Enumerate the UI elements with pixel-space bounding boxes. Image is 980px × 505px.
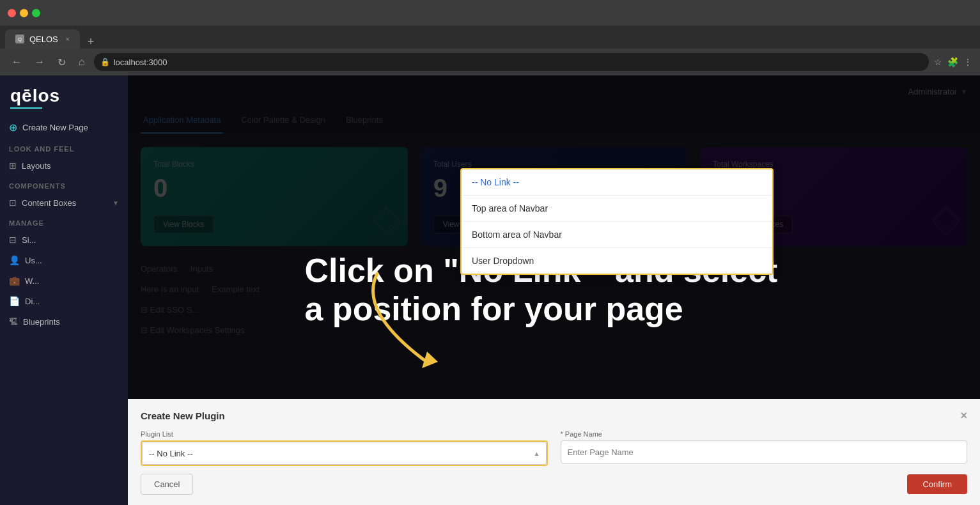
tab-favicon: Q bbox=[15, 35, 24, 43]
menu-icon[interactable]: ⋮ bbox=[963, 57, 972, 67]
confirm-button[interactable]: Confirm bbox=[907, 474, 967, 494]
dropdown-popup: -- No Link -- Top area of Navbar Bottom … bbox=[460, 168, 774, 275]
browser-chrome: Q QELOS × + ← → ↻ ⌂ 🔒 localhost:3000 ☆ 🧩… bbox=[0, 0, 980, 75]
users-icon: 👤 bbox=[9, 255, 20, 265]
refresh-button[interactable]: ↻ bbox=[54, 54, 70, 71]
dropdown-option-top-navbar[interactable]: Top area of Navbar bbox=[462, 196, 772, 222]
dropdown-option-bottom-navbar[interactable]: Bottom area of Navbar bbox=[462, 222, 772, 248]
extensions-icon[interactable]: 🧩 bbox=[947, 57, 958, 67]
sidebar-item-blueprints-label: Blueprints bbox=[23, 317, 60, 327]
dialog-title: Create New Plugin × bbox=[141, 409, 967, 423]
sites-icon: ⊟ bbox=[9, 235, 17, 245]
dialog-title-text: Create New Plugin bbox=[141, 410, 225, 421]
address-bar[interactable]: 🔒 localhost:3000 bbox=[94, 53, 929, 71]
components-section-label: COMPONENTS bbox=[0, 176, 128, 192]
plugin-list-field: Plugin List -- No Link -- Top area of Na… bbox=[141, 430, 548, 466]
sidebar-item-sites-label: Si... bbox=[22, 235, 36, 245]
look-and-feel-section-label: LOOK AND FEEL bbox=[0, 139, 128, 155]
plus-icon: ⊕ bbox=[9, 121, 17, 134]
app-layout: qēlos ⊕ Create New Page LOOK AND FEEL ⊞ … bbox=[0, 75, 980, 505]
sidebar-item-blueprints[interactable]: 🏗 Blueprints bbox=[0, 311, 128, 332]
maximize-window-button[interactable] bbox=[32, 9, 40, 17]
minimize-window-button[interactable] bbox=[20, 9, 28, 17]
blueprints-icon: 🏗 bbox=[9, 316, 18, 327]
sidebar-item-users-label: Us... bbox=[25, 256, 42, 265]
page-name-label: * Page Name bbox=[561, 430, 968, 438]
forward-button[interactable]: → bbox=[31, 54, 49, 70]
sidebar-item-users[interactable]: 👤 Us... bbox=[0, 250, 128, 270]
dialog-footer: Cancel Confirm bbox=[141, 474, 967, 495]
logo-underline bbox=[10, 107, 42, 109]
dropdown-option-no-link[interactable]: -- No Link -- bbox=[462, 169, 772, 196]
content-boxes-chevron: ▼ bbox=[113, 199, 119, 206]
tab-title: QELOS bbox=[29, 35, 58, 44]
close-window-button[interactable] bbox=[8, 9, 16, 17]
browser-toolbar: ← → ↻ ⌂ 🔒 localhost:3000 ☆ 🧩 ⋮ bbox=[0, 49, 980, 75]
browser-titlebar bbox=[0, 0, 980, 26]
sidebar-item-workspaces-label: W... bbox=[25, 276, 39, 286]
domains-icon: 📄 bbox=[9, 296, 20, 306]
dialog-bar: Create New Plugin × Plugin List -- No Li… bbox=[128, 399, 980, 505]
sidebar-item-content-boxes[interactable]: ⊡ Content Boxes ▼ bbox=[0, 192, 128, 213]
back-button[interactable]: ← bbox=[8, 54, 26, 70]
main-content: Administrator ▼ Application Metadata Col… bbox=[128, 75, 980, 505]
cancel-button[interactable]: Cancel bbox=[141, 474, 193, 495]
create-page-label: Create New Page bbox=[22, 123, 88, 132]
sidebar-item-domains-label: Di... bbox=[25, 297, 40, 306]
sidebar-item-workspaces[interactable]: 💼 W... bbox=[0, 270, 128, 291]
dropdown-option-user-dropdown[interactable]: User Dropdown bbox=[462, 248, 772, 274]
traffic-lights bbox=[8, 9, 40, 17]
lock-icon: 🔒 bbox=[100, 58, 110, 66]
page-name-input[interactable] bbox=[561, 440, 968, 463]
sidebar-item-layouts-label: Layouts bbox=[22, 161, 51, 171]
dialog-close-button[interactable]: × bbox=[960, 409, 967, 423]
toolbar-icons: ☆ 🧩 ⋮ bbox=[934, 57, 972, 67]
url-text: localhost:3000 bbox=[114, 58, 167, 67]
logo-text: qēlos bbox=[10, 86, 118, 106]
manage-section-label: MANAGE bbox=[0, 213, 128, 229]
full-app: Q QELOS × + ← → ↻ ⌂ 🔒 localhost:3000 ☆ 🧩… bbox=[0, 0, 980, 505]
browser-tab-active[interactable]: Q QELOS × bbox=[5, 29, 80, 49]
dialog-body: Plugin List -- No Link -- Top area of Na… bbox=[141, 430, 967, 466]
new-tab-button[interactable]: + bbox=[82, 35, 100, 49]
workspaces-icon: 💼 bbox=[9, 276, 20, 286]
content-boxes-icon: ⊡ bbox=[9, 198, 17, 208]
sidebar: qēlos ⊕ Create New Page LOOK AND FEEL ⊞ … bbox=[0, 75, 128, 505]
plugin-list-label: Plugin List bbox=[141, 430, 548, 438]
layouts-icon: ⊞ bbox=[9, 160, 17, 171]
sidebar-item-sites[interactable]: ⊟ Si... bbox=[0, 229, 128, 250]
arrow-annotation bbox=[339, 261, 479, 378]
browser-tab-bar: Q QELOS × + bbox=[0, 26, 980, 49]
star-icon[interactable]: ☆ bbox=[934, 57, 942, 67]
sidebar-item-layouts[interactable]: ⊞ Layouts bbox=[0, 155, 128, 176]
sidebar-item-domains[interactable]: 📄 Di... bbox=[0, 291, 128, 311]
tab-close-button[interactable]: × bbox=[66, 36, 70, 43]
sidebar-logo: qēlos bbox=[0, 75, 128, 116]
home-button[interactable]: ⌂ bbox=[75, 54, 89, 70]
plugin-list-select[interactable]: -- No Link -- Top area of Navbar Bottom … bbox=[142, 442, 547, 465]
create-new-page-button[interactable]: ⊕ Create New Page bbox=[0, 116, 128, 139]
page-name-field: * Page Name bbox=[561, 430, 968, 463]
sidebar-item-content-boxes-label: Content Boxes bbox=[22, 198, 76, 208]
